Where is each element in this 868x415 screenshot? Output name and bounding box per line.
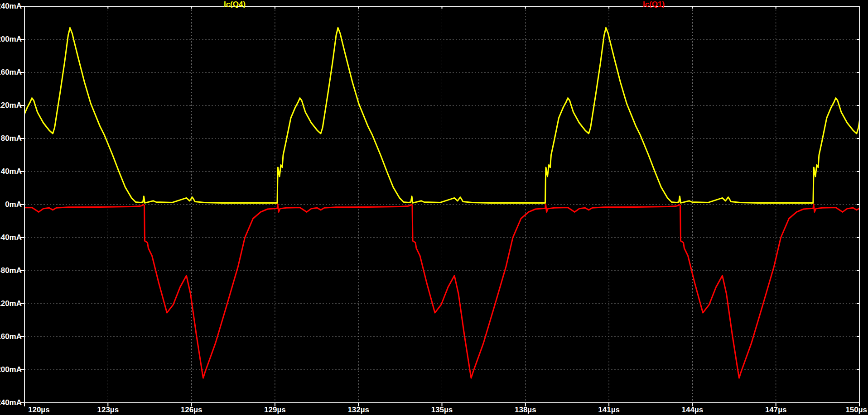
x-axis-label: 144µs xyxy=(682,405,704,415)
y-axis-label: 0mA xyxy=(5,200,22,209)
y-axis-label: -120mA xyxy=(0,299,22,308)
trace-label-ic-q1[interactable]: Ic(Q1) xyxy=(643,0,665,9)
waveform-viewer: Ic(Q4) Ic(Q1) 240mA200mA160mA120mA80mA40… xyxy=(0,0,868,415)
x-axis-label: 150µs xyxy=(845,405,867,415)
y-axis-label: -200mA xyxy=(0,365,22,374)
plot-canvas[interactable] xyxy=(0,0,868,415)
y-axis-label: 120mA xyxy=(0,101,22,110)
x-axis-label: 129µs xyxy=(264,405,286,415)
x-axis-label: 147µs xyxy=(765,405,787,415)
y-axis-label: 160mA xyxy=(0,68,22,77)
x-axis-label: 135µs xyxy=(431,405,453,415)
x-axis-label: 132µs xyxy=(347,405,369,415)
y-axis-label: 80mA xyxy=(1,134,22,143)
x-axis-label: 126µs xyxy=(181,405,203,415)
y-axis-label: 200mA xyxy=(0,35,22,44)
trace-ic-q4 xyxy=(10,28,868,203)
y-axis-label: -160mA xyxy=(0,332,22,341)
y-axis-label: 240mA xyxy=(0,2,22,11)
x-axis-label: 141µs xyxy=(598,405,620,415)
y-axis-label: -80mA xyxy=(0,266,22,275)
x-axis-label: 138µs xyxy=(515,405,536,415)
y-axis-label: 40mA xyxy=(1,167,22,176)
y-axis-label: -40mA xyxy=(0,233,22,242)
trace-ic-q1 xyxy=(10,204,868,378)
trace-label-ic-q4[interactable]: Ic(Q4) xyxy=(224,0,246,9)
x-axis-label: 123µs xyxy=(97,405,119,415)
x-axis-label: 120µs xyxy=(28,405,50,415)
y-axis-label: -240mA xyxy=(0,398,22,407)
